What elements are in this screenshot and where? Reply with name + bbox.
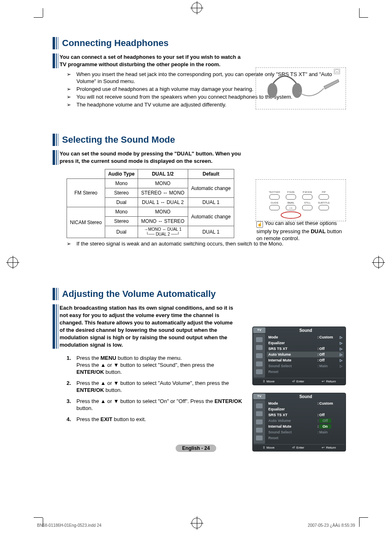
crop-mark [34,17,43,18]
osd-row-value: Custom [319,335,338,339]
chevron-right-icon: ▷ [338,347,342,351]
osd-row-value: Off [319,413,338,417]
svg-text:P.MODE: P.MODE [303,191,312,193]
chevron-right-icon: ▷ [338,336,342,339]
crop-mark [43,8,43,17]
remote-control-icon: TEXT/MIX P.SIZE P.MODE PIP GUIDE DUAL ST… [256,180,346,221]
step-item: Press the ▲ or ▼ button to select "On" o… [67,398,243,412]
remote-diagram: TEXT/MIX P.SIZE P.MODE PIP GUIDE DUAL ST… [256,179,346,221]
osd-row-value: Off [319,347,338,351]
table-cell: MONO [138,207,188,217]
table-cell: Dual [105,226,138,238]
table-header: Default [188,169,234,179]
svg-rect-11 [319,195,329,199]
svg-point-2 [292,83,302,98]
svg-text:DUAL: DUAL [288,201,295,204]
intro-accent-bars [53,150,60,165]
osd-row-label: Auto Volume [268,419,317,423]
osd-row: Auto Volume:Off [267,418,344,424]
svg-rect-8 [270,195,279,199]
osd-row-label: Reset [268,370,317,374]
section-accent-bars [53,288,60,300]
osd-row-label: Mode [268,335,317,339]
section-title: Adjusting the Volume Automatically [62,288,216,300]
osd-row-label: SRS TS XT [268,347,317,351]
osd-rows: Mode:CustomEqualizerSRS TS XT:OffAuto Vo… [267,400,344,442]
sidebar-icon [256,353,263,358]
svg-text:I-II: I-II [290,207,292,209]
crop-mark [359,517,368,518]
svg-point-1 [267,83,277,98]
step-item: Press the EXIT button to exit. [67,416,243,423]
crop-mark [34,517,43,518]
osd-row-label: Sound Select [268,430,317,434]
osd-row-label: Internal Mute [268,424,317,428]
svg-text:TEXT/MIX: TEXT/MIX [269,191,280,193]
osd-row-label: SRS TS XT [268,413,317,417]
svg-rect-16 [270,205,279,210]
table-cell: MONO [138,179,188,188]
osd-footer-return: Return [322,380,336,383]
osd-footer: Move Enter Return [254,444,345,450]
chevron-right-icon: ▷ [338,341,342,345]
registration-mark-icon [191,2,202,13]
svg-text:GUIDE: GUIDE [270,201,278,204]
sidebar-icon [256,361,263,366]
crop-mark [359,17,368,18]
intro-accent-bars [53,53,60,68]
tv-badge: TV [253,327,265,333]
osd-row-label: Mode [268,401,317,405]
osd-footer-move: Move [263,380,275,383]
osd-row: Reset [267,435,344,441]
sidebar-icon [256,337,263,342]
sidebar-icon [256,411,263,416]
osd-footer-move: Move [263,446,275,449]
section-accent-bars [53,134,60,146]
svg-point-21 [281,212,301,218]
crop-mark [359,8,360,17]
table-cell: DUAL 1 [188,226,234,238]
tv-badge: TV [253,394,265,399]
osd-row-value: Custom [319,401,338,405]
osd-sidebar [254,400,265,444]
table-group: NICAM Stereo [67,207,105,238]
osd-row: Internal Mute:Off▷ [267,357,344,363]
osd-row: Sound Select:Main▷ [267,363,344,369]
osd-footer-enter: Enter [292,380,304,383]
osd-row-value: Main [319,364,338,368]
section-title: Connecting Headphones [62,37,168,49]
doc-filename: BN68-01186H-01Eng-0523.indd 24 [37,523,101,528]
chevron-right-icon: ▷ [338,359,342,362]
chevron-right-icon: ▷ [338,353,342,357]
table-header: DUAL 1/2 [138,169,188,179]
table-cell: Stereo [105,217,138,226]
osd-rows: Mode:Custom▷Equalizer▷SRS TS XT:Off▷Auto… [267,334,344,375]
table-cell: Automatic change [188,179,234,198]
svg-rect-19 [319,205,329,210]
headphones-icon [256,68,346,109]
osd-row-value: Main [319,430,338,434]
osd-footer-enter: Enter [292,446,304,449]
chevron-right-icon: ▷ [338,364,342,368]
table-cell: →MONO ↔ DUAL 1└── DUAL 2 ──┘ [138,226,188,238]
step-item: Press the MENU button to display the men… [67,354,243,375]
sidebar-icon [256,428,263,433]
osd-row: Auto Volume:Off▷ [267,352,344,357]
table-cell: DUAL 1 [188,198,234,207]
svg-text:PIP: PIP [322,191,326,193]
section-title: Selecting the Sound Mode [62,134,175,146]
osd-row-label: Equalizer [268,407,317,411]
osd-row: Internal Mute:On [267,424,344,429]
page-number: English - 24 [175,445,216,451]
remote-note: ☝You can also set these options simply b… [256,220,346,242]
info-icon: ☝ [256,221,263,228]
osd-row: Mode:Custom▷ [267,334,344,340]
table-group: FM Stereo [67,179,105,207]
osd-row-value: Off [319,358,338,362]
step-item: Press the ▲ or ▼ button to select "Auto … [67,380,243,394]
doc-timestamp: 2007-05-23 ¿ÀÀü 8:55:39 [308,523,355,528]
table-cell: Dual [105,198,138,207]
registration-mark-icon [7,257,18,268]
osd-row-label: Sound Select [268,364,317,368]
table-cell: Mono [105,179,138,188]
